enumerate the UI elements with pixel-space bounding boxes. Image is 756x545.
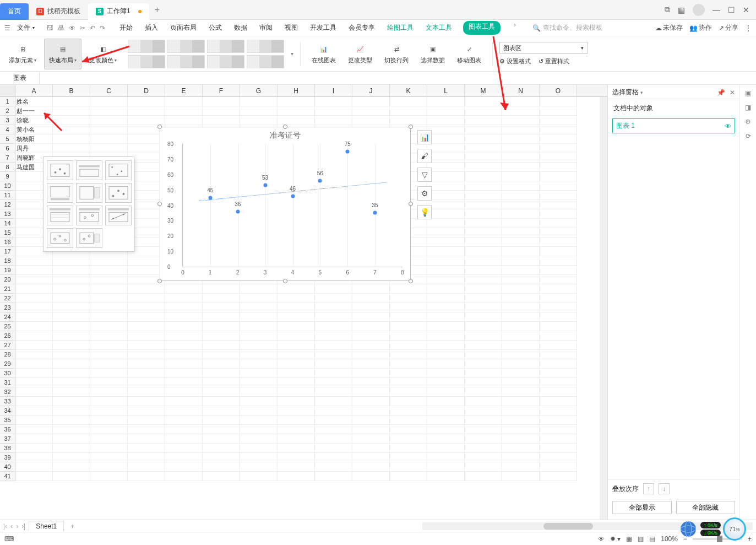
- cell[interactable]: [240, 387, 278, 397]
- cell[interactable]: [540, 191, 577, 200]
- cell[interactable]: [540, 266, 577, 275]
- cell[interactable]: [465, 294, 502, 303]
- cell[interactable]: [465, 331, 502, 341]
- move-chart-button[interactable]: ⤢ 移动图表: [453, 39, 486, 69]
- cell[interactable]: [502, 462, 540, 472]
- cell[interactable]: [390, 350, 427, 359]
- cell[interactable]: [165, 331, 203, 341]
- cell[interactable]: [390, 322, 427, 331]
- chart-idea-button[interactable]: 💡: [417, 205, 432, 219]
- cell[interactable]: [240, 331, 278, 341]
- cell[interactable]: [53, 322, 90, 331]
- cell[interactable]: [352, 425, 390, 434]
- menu-insert[interactable]: 插入: [144, 21, 159, 35]
- cell[interactable]: [352, 303, 390, 312]
- cell[interactable]: [240, 116, 278, 125]
- cell[interactable]: [427, 397, 465, 406]
- cell[interactable]: [540, 369, 577, 378]
- row-header[interactable]: 37: [0, 434, 15, 444]
- cell[interactable]: [502, 350, 540, 359]
- cell[interactable]: [540, 322, 577, 331]
- cell[interactable]: [53, 266, 90, 275]
- cell[interactable]: [465, 97, 502, 106]
- cell[interactable]: [502, 247, 540, 256]
- add-element-button[interactable]: ⊞ 添加元素▾: [4, 39, 41, 69]
- change-type-button[interactable]: 📈 更改类型: [344, 39, 377, 69]
- cell[interactable]: [540, 144, 577, 153]
- cell[interactable]: [540, 181, 577, 191]
- row-header[interactable]: 10: [0, 181, 15, 191]
- cell[interactable]: [427, 172, 465, 181]
- cell[interactable]: [165, 312, 203, 322]
- cell[interactable]: [15, 284, 53, 294]
- cell[interactable]: [15, 350, 53, 359]
- cell[interactable]: [90, 97, 128, 106]
- cell[interactable]: [502, 331, 540, 341]
- cell[interactable]: [502, 116, 540, 125]
- chart-filter-button[interactable]: ▽: [417, 168, 432, 182]
- cell[interactable]: [165, 97, 203, 106]
- row-header[interactable]: 40: [0, 462, 15, 472]
- cell[interactable]: [502, 134, 540, 144]
- cell[interactable]: [240, 425, 278, 434]
- cell[interactable]: [165, 359, 203, 369]
- cell[interactable]: [165, 341, 203, 350]
- cell[interactable]: [53, 303, 90, 312]
- more-icon[interactable]: ⋮: [745, 23, 752, 33]
- vertical-scrollbar[interactable]: [600, 97, 607, 520]
- cell[interactable]: [90, 416, 128, 425]
- cell[interactable]: [390, 444, 427, 453]
- cell[interactable]: [278, 359, 315, 369]
- cell[interactable]: [390, 462, 427, 472]
- cell[interactable]: [502, 219, 540, 228]
- unsaved-button[interactable]: ☁未保存: [655, 23, 683, 33]
- row-header[interactable]: 3: [0, 116, 15, 125]
- cell[interactable]: [390, 97, 427, 106]
- cell[interactable]: [502, 125, 540, 134]
- cell[interactable]: [315, 106, 352, 116]
- cell[interactable]: [465, 378, 502, 387]
- cell[interactable]: [128, 303, 165, 312]
- cell[interactable]: [240, 472, 278, 481]
- cell[interactable]: [278, 462, 315, 472]
- cell[interactable]: [128, 425, 165, 434]
- cell[interactable]: [128, 444, 165, 453]
- cell[interactable]: [540, 303, 577, 312]
- spreadsheet-grid[interactable]: ABCDEFGHIJKLMNO 1姓名2赵一一3徐晓4黄小名5杨杨阳6周丹7周晓…: [0, 85, 607, 520]
- cell[interactable]: [315, 294, 352, 303]
- cell[interactable]: [427, 425, 465, 434]
- cell[interactable]: [465, 472, 502, 481]
- cell[interactable]: [465, 163, 502, 172]
- cell[interactable]: [128, 331, 165, 341]
- cell[interactable]: [540, 134, 577, 144]
- cell[interactable]: [465, 453, 502, 462]
- cell[interactable]: [540, 219, 577, 228]
- show-all-button[interactable]: 全部显示: [612, 501, 672, 514]
- data-point[interactable]: [236, 209, 240, 213]
- cell[interactable]: [427, 97, 465, 106]
- cell[interactable]: [502, 312, 540, 322]
- cell[interactable]: [427, 406, 465, 416]
- cell[interactable]: [502, 453, 540, 462]
- layout-option-9[interactable]: [105, 206, 132, 225]
- cell[interactable]: [90, 434, 128, 444]
- cell[interactable]: [427, 125, 465, 134]
- cell[interactable]: [315, 387, 352, 397]
- cell[interactable]: [465, 350, 502, 359]
- resize-handle[interactable]: [283, 279, 287, 283]
- object-list-item[interactable]: 图表 1 👁: [612, 118, 735, 133]
- row-header[interactable]: 36: [0, 425, 15, 434]
- cell[interactable]: [540, 238, 577, 247]
- chart-style-gallery[interactable]: [128, 40, 284, 68]
- cell[interactable]: [502, 284, 540, 294]
- cell[interactable]: [540, 97, 577, 106]
- pin-icon[interactable]: 📌: [717, 89, 725, 96]
- cell[interactable]: [90, 294, 128, 303]
- cell[interactable]: [53, 294, 90, 303]
- zoom-in-button[interactable]: +: [748, 535, 752, 543]
- cell[interactable]: [427, 163, 465, 172]
- data-point[interactable]: [263, 184, 267, 187]
- cell[interactable]: [240, 350, 278, 359]
- menu-chart-tools[interactable]: 图表工具: [463, 21, 501, 35]
- avatar[interactable]: [693, 4, 705, 16]
